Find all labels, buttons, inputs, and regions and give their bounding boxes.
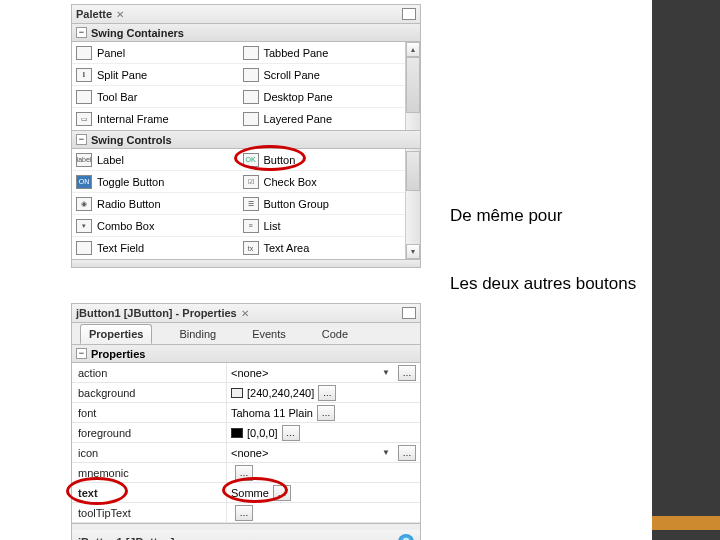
property-value[interactable]: … bbox=[227, 463, 420, 482]
scroll-up-icon[interactable]: ▴ bbox=[406, 42, 420, 57]
property-row-text: textSomme… bbox=[72, 483, 420, 503]
tab-code[interactable]: Code bbox=[313, 324, 357, 344]
property-row-background: background[240,240,240]… bbox=[72, 383, 420, 403]
scroll-pane-icon bbox=[243, 68, 259, 82]
minimize-icon[interactable] bbox=[402, 307, 416, 319]
ellipsis-button[interactable]: … bbox=[235, 465, 253, 481]
ellipsis-button[interactable]: … bbox=[398, 445, 416, 461]
property-name: toolTipText bbox=[72, 503, 227, 522]
close-x-icon[interactable]: ✕ bbox=[241, 308, 249, 319]
ellipsis-button[interactable]: … bbox=[282, 425, 300, 441]
property-value[interactable]: [240,240,240]… bbox=[227, 383, 420, 402]
controls-grid: labelLabel ONToggle Button ◉Radio Button… bbox=[71, 149, 421, 260]
palette-item-panel[interactable]: Panel bbox=[72, 42, 239, 64]
palette-item-tool-bar[interactable]: Tool Bar bbox=[72, 86, 239, 108]
tabbed-pane-icon bbox=[243, 46, 259, 60]
tool-bar-icon bbox=[76, 90, 92, 104]
controls-scrollbar[interactable]: ▾ bbox=[405, 149, 420, 259]
scroll-down-icon[interactable]: ▾ bbox=[406, 244, 420, 259]
property-value-text: [0,0,0] bbox=[247, 427, 278, 439]
category-swing-containers[interactable]: − Swing Containers bbox=[71, 24, 421, 42]
property-value[interactable]: Somme… bbox=[227, 483, 420, 502]
palette-item-layered-pane[interactable]: Layered Pane bbox=[239, 108, 406, 130]
palette-item-button-group[interactable]: ☰Button Group bbox=[239, 193, 406, 215]
ellipsis-button[interactable]: … bbox=[317, 405, 335, 421]
color-swatch-icon bbox=[231, 428, 243, 438]
panel-resize-handle[interactable] bbox=[71, 260, 421, 268]
palette-item-scroll-pane[interactable]: Scroll Pane bbox=[239, 64, 406, 86]
property-value-text: <none> bbox=[231, 447, 268, 459]
scroll-thumb[interactable] bbox=[406, 151, 420, 191]
scroll-thumb[interactable] bbox=[406, 57, 420, 113]
palette-item-combo-box[interactable]: ▾Combo Box bbox=[72, 215, 239, 237]
section-label: Properties bbox=[91, 348, 145, 360]
property-row-icon: icon<none>▼… bbox=[72, 443, 420, 463]
tab-binding[interactable]: Binding bbox=[170, 324, 225, 344]
annotation-text-1: De même pour bbox=[450, 206, 562, 226]
button-group-icon: ☰ bbox=[243, 197, 259, 211]
palette-item-text-field[interactable]: Text Field bbox=[72, 237, 239, 259]
property-value[interactable]: … bbox=[227, 503, 420, 522]
collapse-icon[interactable]: − bbox=[76, 348, 87, 359]
property-name: icon bbox=[72, 443, 227, 462]
help-icon[interactable]: ? bbox=[398, 534, 414, 541]
ellipsis-button[interactable]: … bbox=[398, 365, 416, 381]
dropdown-arrow-icon[interactable]: ▼ bbox=[382, 368, 390, 377]
properties-tabs: Properties Binding Events Code bbox=[71, 323, 421, 345]
button-icon: OK bbox=[243, 153, 259, 167]
palette-item-text-area[interactable]: txText Area bbox=[239, 237, 406, 259]
text-field-icon bbox=[76, 241, 92, 255]
slide-sidebar bbox=[652, 0, 720, 540]
palette-title: Palette bbox=[76, 8, 112, 20]
text-area-icon: tx bbox=[243, 241, 259, 255]
radio-button-icon: ◉ bbox=[76, 197, 92, 211]
ellipsis-button[interactable]: … bbox=[273, 485, 291, 501]
annotation-text-2: Les deux autres boutons bbox=[450, 274, 636, 294]
palette-item-button[interactable]: OKButton bbox=[239, 149, 406, 171]
internal-frame-icon: ▭ bbox=[76, 112, 92, 126]
palette-item-toggle-button[interactable]: ONToggle Button bbox=[72, 171, 239, 193]
property-value[interactable]: [0,0,0]… bbox=[227, 423, 420, 442]
desktop-pane-icon bbox=[243, 90, 259, 104]
combo-box-icon: ▾ bbox=[76, 219, 92, 233]
layered-pane-icon bbox=[243, 112, 259, 126]
palette-item-label[interactable]: labelLabel bbox=[72, 149, 239, 171]
property-value-text: [240,240,240] bbox=[247, 387, 314, 399]
property-value[interactable]: <none>▼… bbox=[227, 363, 420, 382]
property-name: text bbox=[72, 483, 227, 502]
palette-scrollbar[interactable]: ▴ bbox=[405, 42, 420, 130]
tab-events[interactable]: Events bbox=[243, 324, 295, 344]
properties-title: jButton1 [JButton] - Properties bbox=[76, 307, 237, 319]
category-swing-controls[interactable]: − Swing Controls bbox=[71, 131, 421, 149]
property-name: foreground bbox=[72, 423, 227, 442]
palette-item-split-pane[interactable]: ⫿Split Pane bbox=[72, 64, 239, 86]
property-value[interactable]: Tahoma 11 Plain… bbox=[227, 403, 420, 422]
palette-item-tabbed-pane[interactable]: Tabbed Pane bbox=[239, 42, 406, 64]
palette-item-radio-button[interactable]: ◉Radio Button bbox=[72, 193, 239, 215]
palette-header: Palette ✕ bbox=[71, 4, 421, 24]
property-name: action bbox=[72, 363, 227, 382]
palette-item-list[interactable]: ≡List bbox=[239, 215, 406, 237]
check-box-icon: ☑ bbox=[243, 175, 259, 189]
property-row-action: action<none>▼… bbox=[72, 363, 420, 383]
close-x-icon[interactable]: ✕ bbox=[116, 9, 124, 20]
property-value[interactable]: <none>▼… bbox=[227, 443, 420, 462]
palette-item-internal-frame[interactable]: ▭Internal Frame bbox=[72, 108, 239, 130]
dropdown-arrow-icon[interactable]: ▼ bbox=[382, 448, 390, 457]
minimize-icon[interactable] bbox=[402, 8, 416, 20]
ellipsis-button[interactable]: … bbox=[235, 505, 253, 521]
property-value-text: Somme bbox=[231, 487, 269, 499]
property-value-text: <none> bbox=[231, 367, 268, 379]
palette-panel: Palette ✕ − Swing Containers Panel ⫿Spli… bbox=[71, 4, 421, 268]
palette-item-check-box[interactable]: ☑Check Box bbox=[239, 171, 406, 193]
collapse-icon[interactable]: − bbox=[76, 134, 87, 145]
ellipsis-button[interactable]: … bbox=[318, 385, 336, 401]
split-pane-icon: ⫿ bbox=[76, 68, 92, 82]
palette-item-desktop-pane[interactable]: Desktop Pane bbox=[239, 86, 406, 108]
tab-properties[interactable]: Properties bbox=[80, 324, 152, 344]
panel-icon bbox=[76, 46, 92, 60]
collapse-icon[interactable]: − bbox=[76, 27, 87, 38]
property-row-foreground: foreground[0,0,0]… bbox=[72, 423, 420, 443]
toggle-button-icon: ON bbox=[76, 175, 92, 189]
properties-section[interactable]: − Properties bbox=[71, 345, 421, 363]
